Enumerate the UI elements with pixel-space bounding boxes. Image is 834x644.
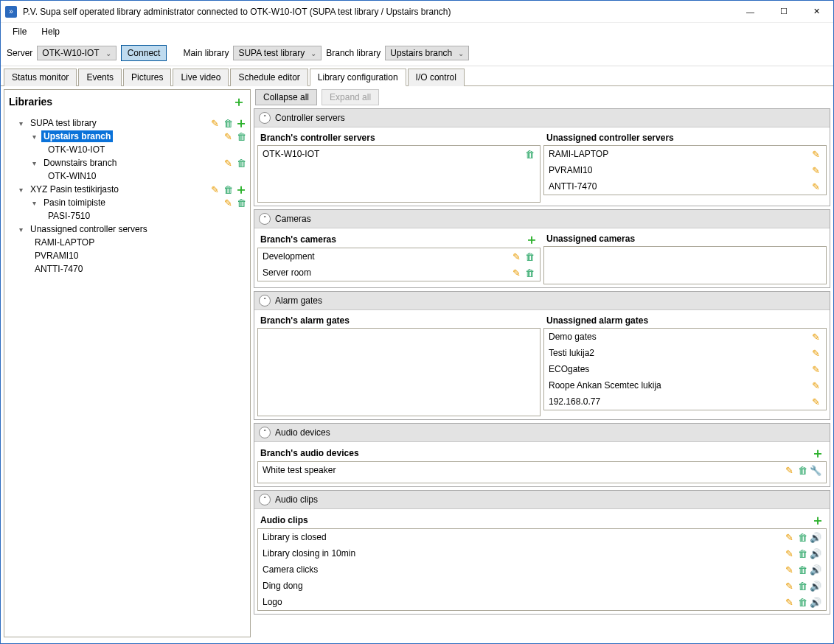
collapse-all-button[interactable]: Collapse all: [255, 89, 317, 105]
add-audio-device-icon[interactable]: ＋: [812, 447, 824, 459]
edit-icon[interactable]: ✎: [810, 363, 821, 375]
list-item[interactable]: RAMI-LAPTOP✎: [544, 146, 826, 162]
delete-icon[interactable]: 🗑: [524, 148, 535, 160]
speaker-icon[interactable]: 🔊: [810, 564, 821, 575]
section-head-cameras[interactable]: ˄Cameras: [254, 210, 830, 228]
delete-icon[interactable]: 🗑: [796, 596, 808, 608]
list-item[interactable]: Roope Ankan Scemtec lukija✎: [544, 377, 826, 393]
delete-icon[interactable]: 🗑: [524, 267, 535, 279]
list-item[interactable]: 192.168.0.77✎: [544, 393, 826, 410]
edit-icon[interactable]: ✎: [783, 547, 795, 559]
tree-item-unassigned[interactable]: Unassigned controller servers: [6, 223, 249, 236]
edit-icon[interactable]: ✎: [810, 331, 821, 343]
edit-icon[interactable]: ✎: [810, 164, 821, 176]
menu-help[interactable]: Help: [34, 24, 67, 39]
tree-item-pasin[interactable]: Pasin toimipiste✎🗑: [6, 196, 249, 209]
tab-io-control[interactable]: I/O control: [408, 69, 465, 86]
add-camera-icon[interactable]: ＋: [526, 234, 538, 245]
close-button[interactable]: ✕: [800, 1, 833, 23]
tab-events[interactable]: Events: [78, 69, 122, 86]
delete-icon[interactable]: 🗑: [796, 531, 808, 543]
speaker-icon[interactable]: 🔊: [810, 580, 821, 592]
add-icon[interactable]: ＋: [235, 117, 247, 129]
edit-icon[interactable]: ✎: [810, 347, 821, 359]
tab-live-video[interactable]: Live video: [173, 69, 229, 86]
connect-button[interactable]: Connect: [121, 45, 167, 61]
list-item[interactable]: Library closing in 10min✎🗑🔊: [258, 545, 826, 561]
delete-icon[interactable]: 🗑: [235, 157, 247, 169]
section-head-controllers[interactable]: ˄Controller servers: [254, 109, 830, 127]
list-item[interactable]: ECOgates✎: [544, 361, 826, 377]
section-cameras: ˄Cameras Branch's cameras＋ Development✎🗑…: [254, 209, 830, 288]
list-item[interactable]: Demo gates✎: [544, 329, 826, 345]
maximize-button[interactable]: ☐: [767, 1, 800, 23]
delete-icon[interactable]: 🗑: [796, 580, 808, 592]
list-item[interactable]: Testi lukija2✎: [544, 345, 826, 361]
speaker-icon[interactable]: 🔊: [810, 547, 821, 559]
tab-status-monitor[interactable]: Status monitor: [4, 69, 77, 86]
list-item[interactable]: Development✎🗑: [258, 248, 540, 265]
delete-icon[interactable]: 🗑: [222, 117, 234, 129]
edit-icon[interactable]: ✎: [209, 183, 220, 195]
edit-icon[interactable]: ✎: [783, 531, 795, 543]
tab-library-configuration[interactable]: Library configuration: [310, 69, 406, 86]
list-item[interactable]: ANTTI-7470✎: [544, 178, 826, 195]
list-item[interactable]: Ding dong✎🗑🔊: [258, 578, 826, 594]
list-item[interactable]: Logo✎🗑🔊: [258, 594, 826, 610]
add-icon[interactable]: ＋: [235, 183, 247, 195]
tree-item-otk-win10[interactable]: OTK-WIN10: [6, 169, 249, 183]
section-head-audio-dev[interactable]: ˄Audio devices: [254, 424, 830, 442]
tree-item-otk-w10[interactable]: OTK-W10-IOT: [6, 143, 249, 156]
edit-icon[interactable]: ✎: [510, 251, 522, 262]
list-item[interactable]: PVRAMI10✎: [544, 162, 826, 178]
server-combo[interactable]: OTK-W10-IOT: [37, 46, 116, 60]
tree-item-pasi-7510[interactable]: PASI-7510: [6, 209, 249, 223]
list-item[interactable]: White test speaker✎🗑🔧: [258, 462, 826, 478]
tree-item-antti[interactable]: ANTTI-7470: [6, 262, 249, 276]
tab-pictures[interactable]: Pictures: [123, 69, 171, 86]
main-library-combo[interactable]: SUPA test library: [233, 46, 322, 60]
edit-icon[interactable]: ✎: [783, 580, 795, 592]
section-head-audio-clips[interactable]: ˄Audio clips: [254, 491, 830, 509]
list-item[interactable]: Camera clicks✎🗑🔊: [258, 561, 826, 578]
delete-icon[interactable]: 🗑: [222, 183, 234, 195]
delete-icon[interactable]: 🗑: [796, 547, 808, 559]
delete-icon[interactable]: 🗑: [796, 564, 808, 575]
add-library-icon[interactable]: ＋: [232, 93, 246, 111]
edit-icon[interactable]: ✎: [222, 197, 234, 209]
edit-icon[interactable]: ✎: [209, 117, 220, 129]
tree-item-xyz[interactable]: XYZ Pasin testikirjasto✎🗑＋: [6, 183, 249, 196]
edit-icon[interactable]: ✎: [810, 181, 821, 192]
delete-icon[interactable]: 🗑: [235, 130, 247, 142]
menu-file[interactable]: File: [5, 24, 34, 39]
edit-icon[interactable]: ✎: [510, 267, 522, 279]
tree-item-supa[interactable]: SUPA test library✎🗑＋: [6, 116, 249, 130]
delete-icon[interactable]: 🗑: [796, 464, 808, 476]
edit-icon[interactable]: ✎: [222, 157, 234, 169]
tree-item-downstairs[interactable]: Downstairs branch✎🗑: [6, 156, 249, 169]
edit-icon[interactable]: ✎: [783, 596, 795, 608]
tree-item-rami[interactable]: RAMI-LAPTOP: [6, 236, 249, 249]
edit-icon[interactable]: ✎: [783, 564, 795, 575]
branch-library-combo[interactable]: Upstairs branch: [385, 46, 469, 60]
edit-icon[interactable]: ✎: [810, 148, 821, 160]
section-head-gates[interactable]: ˄Alarm gates: [254, 292, 830, 310]
wrench-icon[interactable]: 🔧: [810, 464, 821, 476]
minimize-button[interactable]: —: [734, 1, 767, 23]
edit-icon[interactable]: ✎: [810, 396, 821, 407]
expand-all-button[interactable]: Expand all: [322, 89, 379, 105]
tab-schedule-editor[interactable]: Schedule editor: [230, 69, 307, 86]
list-item[interactable]: OTK-W10-IOT🗑: [258, 146, 540, 162]
delete-icon[interactable]: 🗑: [235, 197, 247, 209]
list-item[interactable]: Library is closed✎🗑🔊: [258, 529, 826, 545]
delete-icon[interactable]: 🗑: [524, 251, 535, 262]
add-audio-clip-icon[interactable]: ＋: [812, 514, 824, 526]
edit-icon[interactable]: ✎: [783, 464, 795, 476]
tree-item-pvrami[interactable]: PVRAMI10: [6, 249, 249, 262]
speaker-icon[interactable]: 🔊: [810, 531, 821, 543]
edit-icon[interactable]: ✎: [222, 130, 234, 142]
list-item[interactable]: Server room✎🗑: [258, 265, 540, 281]
edit-icon[interactable]: ✎: [810, 379, 821, 391]
tree-item-upstairs[interactable]: Upstairs branch✎🗑: [6, 130, 249, 143]
speaker-icon[interactable]: 🔊: [810, 596, 821, 608]
